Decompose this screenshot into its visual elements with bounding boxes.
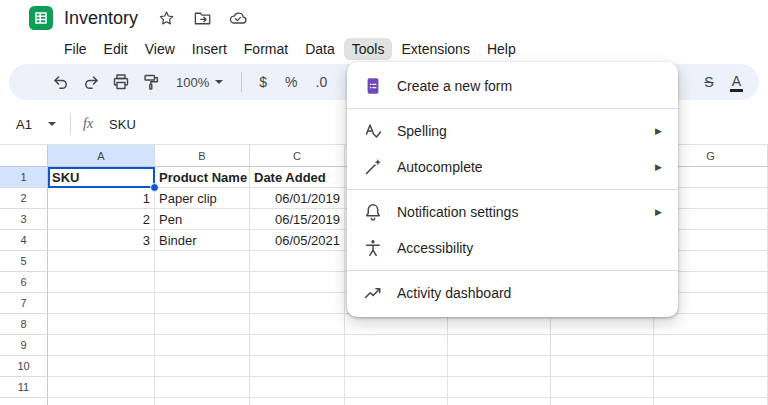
- cell-F9[interactable]: [551, 335, 654, 356]
- cell-A10[interactable]: [48, 356, 155, 377]
- row-header-1[interactable]: 1: [0, 167, 48, 188]
- menu-edit[interactable]: Edit: [96, 38, 136, 60]
- format-percent-button[interactable]: %: [285, 74, 297, 90]
- cloud-status-icon[interactable]: [228, 8, 248, 28]
- formula-input[interactable]: SKU: [109, 117, 136, 132]
- cell-C10[interactable]: [250, 356, 345, 377]
- strikethrough-button[interactable]: S: [704, 74, 713, 90]
- paint-format-button[interactable]: [139, 70, 163, 94]
- cell-D10[interactable]: [345, 356, 448, 377]
- document-title[interactable]: Inventory: [64, 8, 138, 29]
- column-header-B[interactable]: B: [155, 145, 250, 167]
- cell-C6[interactable]: [250, 272, 345, 293]
- cell-B12[interactable]: [155, 398, 250, 405]
- cell-B6[interactable]: [155, 272, 250, 293]
- cell-A7[interactable]: [48, 293, 155, 314]
- cell-A5[interactable]: [48, 251, 155, 272]
- select-all-corner[interactable]: [0, 145, 48, 167]
- cell-F8[interactable]: [551, 314, 654, 335]
- row-header-5[interactable]: 5: [0, 251, 48, 272]
- cell-C7[interactable]: [250, 293, 345, 314]
- fill-handle[interactable]: [150, 183, 159, 192]
- cell-C5[interactable]: [250, 251, 345, 272]
- cell-B4[interactable]: Binder: [155, 230, 250, 251]
- cell-A4[interactable]: 3: [48, 230, 155, 251]
- cell-D8[interactable]: [345, 314, 448, 335]
- cell-B1[interactable]: Product Name: [155, 167, 250, 188]
- cell-B9[interactable]: [155, 335, 250, 356]
- menu-insert[interactable]: Insert: [184, 38, 235, 60]
- decrease-decimal-button[interactable]: .0: [316, 74, 328, 90]
- cell-B8[interactable]: [155, 314, 250, 335]
- cell-A1[interactable]: SKU: [48, 167, 155, 188]
- cell-B11[interactable]: [155, 377, 250, 398]
- menu-extensions[interactable]: Extensions: [393, 38, 477, 60]
- cell-C1[interactable]: Date Added: [250, 167, 345, 188]
- cell-E11[interactable]: [448, 377, 551, 398]
- menu-data[interactable]: Data: [297, 38, 343, 60]
- cell-D9[interactable]: [345, 335, 448, 356]
- menu-item-spelling[interactable]: Spelling▶: [347, 113, 678, 149]
- cell-B5[interactable]: [155, 251, 250, 272]
- cell-A11[interactable]: [48, 377, 155, 398]
- row-header-9[interactable]: 9: [0, 335, 48, 356]
- cell-E12[interactable]: [448, 398, 551, 405]
- cell-B3[interactable]: Pen: [155, 209, 250, 230]
- cell-A3[interactable]: 2: [48, 209, 155, 230]
- cell-A12[interactable]: [48, 398, 155, 405]
- cell-C12[interactable]: [250, 398, 345, 405]
- redo-button[interactable]: [79, 70, 103, 94]
- row-header-10[interactable]: 10: [0, 356, 48, 377]
- menu-item-notification-settings[interactable]: Notification settings▶: [347, 194, 678, 230]
- menu-view[interactable]: View: [137, 38, 183, 60]
- column-header-A[interactable]: A: [48, 145, 155, 167]
- cell-C9[interactable]: [250, 335, 345, 356]
- text-color-button[interactable]: A: [730, 73, 743, 92]
- cell-F12[interactable]: [551, 398, 654, 405]
- cell-C11[interactable]: [250, 377, 345, 398]
- cell-G11[interactable]: [654, 377, 768, 398]
- row-header-12[interactable]: [0, 398, 48, 405]
- cell-E10[interactable]: [448, 356, 551, 377]
- cell-C8[interactable]: [250, 314, 345, 335]
- print-button[interactable]: [109, 70, 133, 94]
- undo-button[interactable]: [49, 70, 73, 94]
- menu-item-autocomplete[interactable]: Autocomplete▶: [347, 149, 678, 185]
- menu-file[interactable]: File: [56, 38, 95, 60]
- row-header-8[interactable]: 8: [0, 314, 48, 335]
- format-currency-button[interactable]: $: [259, 74, 267, 90]
- menu-help[interactable]: Help: [479, 38, 524, 60]
- row-header-6[interactable]: 6: [0, 272, 48, 293]
- move-folder-icon[interactable]: [192, 8, 212, 28]
- cell-E8[interactable]: [448, 314, 551, 335]
- row-header-4[interactable]: 4: [0, 230, 48, 251]
- menu-item-accessibility[interactable]: Accessibility: [347, 230, 678, 266]
- menu-item-activity-dashboard[interactable]: Activity dashboard: [347, 275, 678, 311]
- name-box[interactable]: A1: [16, 117, 38, 132]
- cell-B7[interactable]: [155, 293, 250, 314]
- star-icon[interactable]: [156, 8, 176, 28]
- row-header-7[interactable]: 7: [0, 293, 48, 314]
- cell-F11[interactable]: [551, 377, 654, 398]
- cell-G9[interactable]: [654, 335, 768, 356]
- cell-A9[interactable]: [48, 335, 155, 356]
- cell-A6[interactable]: [48, 272, 155, 293]
- menu-format[interactable]: Format: [236, 38, 296, 60]
- cell-A8[interactable]: [48, 314, 155, 335]
- name-box-dropdown-icon[interactable]: [48, 122, 56, 126]
- cell-G12[interactable]: [654, 398, 768, 405]
- cell-C4[interactable]: 06/05/2021: [250, 230, 345, 251]
- cell-A2[interactable]: 1: [48, 188, 155, 209]
- zoom-control[interactable]: 100%: [176, 75, 223, 90]
- menu-tools[interactable]: Tools: [344, 38, 393, 60]
- cell-D12[interactable]: [345, 398, 448, 405]
- cell-E9[interactable]: [448, 335, 551, 356]
- sheets-logo-icon[interactable]: [28, 5, 54, 31]
- cell-B2[interactable]: Paper clip: [155, 188, 250, 209]
- cell-B10[interactable]: [155, 356, 250, 377]
- cell-C2[interactable]: 06/01/2019: [250, 188, 345, 209]
- row-header-2[interactable]: 2: [0, 188, 48, 209]
- cell-C3[interactable]: 06/15/2019: [250, 209, 345, 230]
- cell-F10[interactable]: [551, 356, 654, 377]
- row-header-3[interactable]: 3: [0, 209, 48, 230]
